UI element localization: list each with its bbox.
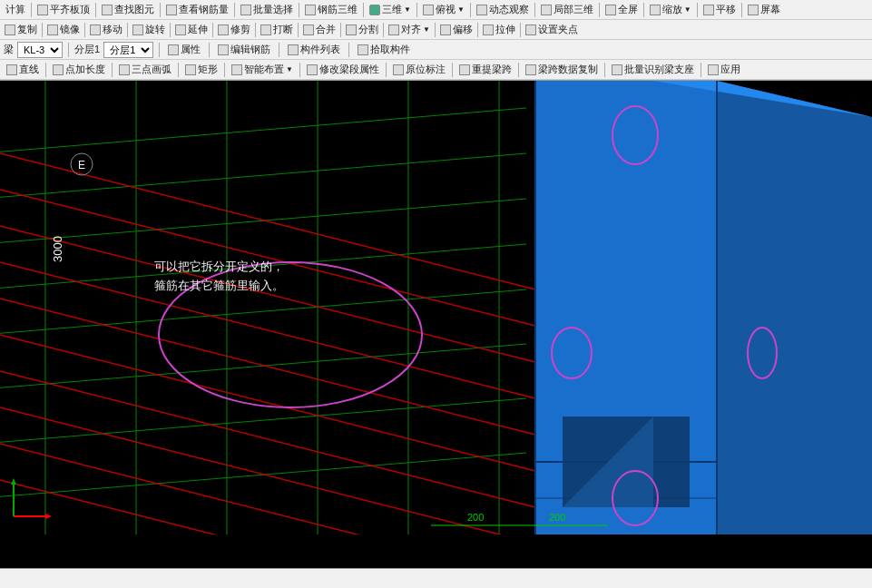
move-icon — [90, 24, 101, 35]
btn-break[interactable]: 打断 — [258, 22, 296, 37]
re-extract-icon — [459, 64, 470, 75]
offset-icon — [440, 24, 451, 35]
svg-text:E: E — [78, 159, 85, 172]
btn-local-3d[interactable]: 局部三维 — [537, 2, 597, 17]
line-icon — [6, 64, 17, 75]
btn-attrs[interactable]: 属性 — [165, 42, 203, 57]
toolbar-row-2: 复制 镜像 移动 旋转 延伸 修剪 打断 — [0, 20, 872, 40]
btn-zoom[interactable]: 缩放 ▼ — [646, 2, 695, 17]
btn-view-rebar[interactable]: 查看钢筋量 — [162, 2, 232, 17]
svg-text:3000: 3000 — [51, 236, 64, 262]
align-dropdown: ▼ — [423, 25, 430, 34]
btn-line[interactable]: 直线 — [4, 62, 42, 77]
btn-in-place-mark[interactable]: 原位标注 — [390, 62, 448, 77]
btn-dynamic-view[interactable]: 动态观察 — [473, 2, 533, 17]
btn-move[interactable]: 移动 — [87, 22, 125, 37]
btn-calc[interactable]: 计算 — [2, 2, 29, 17]
rebar-3d-icon — [305, 5, 316, 15]
sep-d7 — [452, 63, 453, 77]
btn-find[interactable]: 查找图元 — [98, 2, 158, 17]
annotation-line1: 可以把它拆分开定义的， — [154, 258, 284, 277]
svg-marker-25 — [717, 81, 872, 534]
sep-5 — [299, 3, 299, 17]
sep-7 — [416, 3, 417, 17]
sep-d9 — [604, 63, 605, 77]
btn-rebar-3d[interactable]: 钢筋三维 — [301, 2, 361, 17]
fullscreen-icon — [605, 5, 616, 15]
btn-arc[interactable]: 三点画弧 — [116, 62, 174, 77]
btn-component-list[interactable]: 构件列表 — [285, 42, 343, 57]
svg-text:200: 200 — [467, 512, 484, 523]
top-view-dropdown: ▼ — [457, 5, 465, 14]
pick-component-icon — [358, 44, 368, 55]
btn-merge[interactable]: 合并 — [300, 22, 338, 37]
sep-t2-5 — [212, 23, 213, 37]
view-rebar-icon — [166, 5, 177, 15]
svg-line-15 — [0, 299, 535, 435]
smart-place-dropdown: ▼ — [286, 65, 293, 74]
toolbar-row-1: 计算 平齐板顶 查找图元 查看钢筋量 批量选择 钢筋三维 三维 — [0, 0, 872, 20]
sep-9 — [534, 3, 535, 17]
sep-t2-7 — [298, 23, 299, 37]
btn-point-length[interactable]: 点加长度 — [50, 62, 108, 77]
btn-set-grip[interactable]: 设置夹点 — [523, 22, 581, 37]
btn-align-top[interactable]: 平齐板顶 — [34, 2, 93, 17]
sep-p2 — [159, 43, 160, 57]
btn-edit-rebar[interactable]: 编辑钢筋 — [215, 42, 273, 57]
btn-re-extract[interactable]: 重提梁跨 — [456, 62, 514, 77]
canvas-area[interactable]: E 3000 200 200 可以把它拆分开定义的， 箍筋在其它箍筋里输入。 — [0, 81, 872, 534]
btn-pan[interactable]: 平移 — [700, 2, 740, 17]
floor-label: 分层1 — [74, 43, 100, 56]
sep-10 — [599, 3, 600, 17]
sep-11 — [643, 3, 644, 17]
btn-pick-component[interactable]: 拾取构件 — [355, 42, 413, 57]
find-icon — [102, 5, 113, 15]
sep-p4 — [279, 43, 279, 57]
btn-modify-beam-seg[interactable]: 修改梁段属性 — [304, 62, 382, 77]
btn-fullscreen[interactable]: 全屏 — [602, 2, 642, 17]
btn-rect[interactable]: 矩形 — [182, 62, 220, 77]
arc-icon — [119, 64, 130, 75]
btn-rotate[interactable]: 旋转 — [130, 22, 168, 37]
sep-t2-6 — [255, 23, 256, 37]
svg-line-16 — [0, 335, 535, 471]
sep-6 — [363, 3, 364, 17]
sep-d8 — [518, 63, 519, 77]
svg-text:200: 200 — [549, 512, 565, 523]
batch-identify-icon — [612, 64, 622, 75]
merge-icon — [303, 24, 314, 35]
btn-align[interactable]: 对齐 ▼ — [386, 22, 433, 37]
btn-split[interactable]: 分割 — [343, 22, 381, 37]
btn-mirror[interactable]: 镜像 — [44, 22, 83, 37]
btn-screen[interactable]: 屏幕 — [744, 2, 784, 17]
zoom-dropdown: ▼ — [684, 5, 691, 14]
btn-extend[interactable]: 延伸 — [172, 22, 211, 37]
btn-copy-span[interactable]: 梁跨数据复制 — [523, 62, 601, 77]
floor-select[interactable]: 分层1 — [103, 42, 153, 58]
btn-stretch[interactable]: 拉伸 — [480, 22, 518, 37]
btn-batch-select[interactable]: 批量选择 — [237, 2, 297, 17]
btn-batch-identify[interactable]: 批量识别梁支座 — [609, 62, 697, 77]
btn-3d[interactable]: 三维 ▼ — [366, 2, 415, 17]
btn-offset[interactable]: 偏移 — [437, 22, 475, 37]
modify-beam-seg-icon — [307, 64, 318, 75]
smart-place-icon — [231, 64, 242, 75]
sep-d4 — [224, 63, 225, 77]
set-grip-icon — [525, 24, 536, 35]
beam-select[interactable]: KL-3 — [17, 42, 63, 58]
btn-smart-place[interactable]: 智能布置 ▼ — [229, 62, 296, 77]
attrs-icon — [168, 44, 179, 55]
local-3d-icon — [541, 5, 552, 15]
sep-d1 — [45, 63, 46, 77]
btn-copy[interactable]: 复制 — [2, 22, 40, 37]
btn-top-view[interactable]: 俯视 ▼ — [419, 2, 468, 17]
btn-trim[interactable]: 修剪 — [215, 22, 253, 37]
svg-line-4 — [0, 289, 526, 335]
svg-line-7 — [0, 453, 526, 498]
svg-line-2 — [0, 199, 526, 244]
align-top-icon — [37, 5, 48, 15]
btn-apply[interactable]: 应用 — [705, 62, 743, 77]
3d-icon — [369, 5, 380, 15]
sep-d2 — [112, 63, 113, 77]
svg-line-18 — [0, 407, 535, 534]
